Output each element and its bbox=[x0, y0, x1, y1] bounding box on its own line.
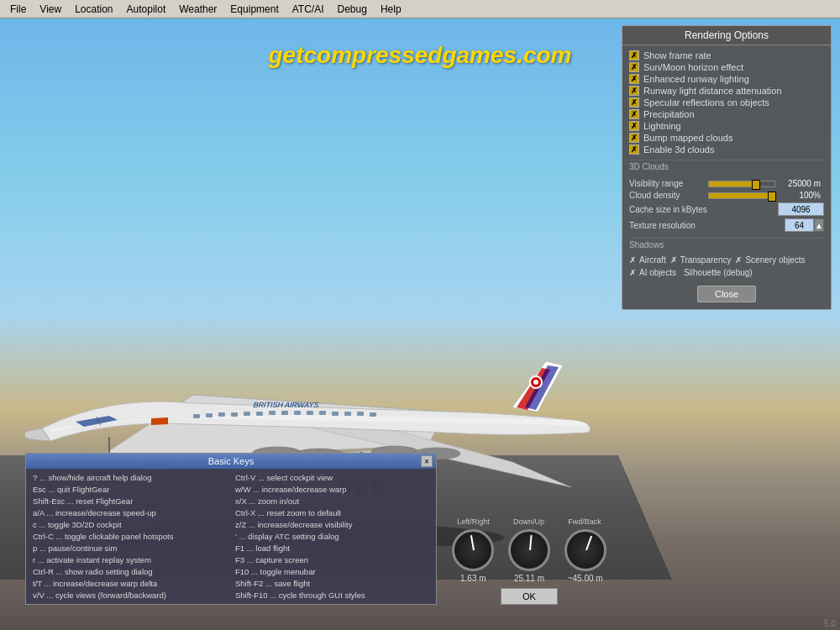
nav-headers: Left/RightDown/UpFwd/Back bbox=[445, 517, 613, 526]
cache-label: Cache size in kBytes bbox=[629, 205, 778, 214]
checkbox-7[interactable]: ✗ bbox=[629, 133, 639, 143]
checkbox-row-0[interactable]: ✗Show frame rate bbox=[629, 50, 824, 60]
key-row-left-10: v/V ... cycle views (forward/backward) bbox=[33, 590, 227, 601]
checkbox-label-1: Sun/Moon horizon effect bbox=[643, 62, 743, 72]
svg-rect-4 bbox=[231, 412, 238, 417]
menu-item-view[interactable]: View bbox=[33, 3, 68, 15]
checkbox-label-6: Lightning bbox=[643, 121, 681, 131]
checkbox-row-3[interactable]: ✗Runway light distance attenuation bbox=[629, 86, 824, 96]
dial-needle-2 bbox=[585, 536, 592, 551]
key-row-right-9: Shift-F2 ... save flight bbox=[235, 578, 429, 589]
shadow-checkbox-3[interactable]: ✗ bbox=[629, 268, 636, 277]
shadow-label-3: AI objects bbox=[639, 268, 676, 277]
checkbox-6[interactable]: ✗ bbox=[629, 121, 639, 131]
svg-rect-13 bbox=[344, 412, 351, 416]
close-button[interactable]: Close bbox=[697, 286, 756, 302]
key-row-right-1: w/W ... increase/decrease warp bbox=[235, 484, 429, 495]
menu-item-file[interactable]: File bbox=[3, 3, 33, 15]
visibility-slider[interactable] bbox=[708, 181, 775, 187]
checkbox-row-8[interactable]: ✗Enable 3d clouds bbox=[629, 144, 824, 155]
checkbox-4[interactable]: ✗ bbox=[629, 97, 639, 108]
checkbox-row-2[interactable]: ✗Enhanced runway lighting bbox=[629, 74, 824, 84]
cloud-density-slider[interactable] bbox=[708, 192, 775, 199]
checkbox-3[interactable]: ✗ bbox=[629, 86, 639, 96]
key-row-left-4: c ... toggle 3D/2D cockpit bbox=[33, 519, 227, 530]
texture-resolution-row: Texture resolution ▲ bbox=[629, 218, 824, 232]
checkbox-label-3: Runway light distance attenuation bbox=[643, 86, 782, 96]
shadow-item-3[interactable]: ✗AI objects bbox=[629, 268, 676, 277]
shadow-item-2[interactable]: ✗Scenery objects bbox=[735, 255, 805, 265]
shadows-section-label: Shadows bbox=[629, 238, 824, 251]
svg-rect-3 bbox=[218, 412, 225, 417]
dial-container-0: 1.63 m bbox=[452, 529, 494, 583]
menu-item-location[interactable]: Location bbox=[68, 3, 119, 15]
nav-header-0: Left/Right bbox=[457, 517, 490, 526]
key-row-right-4: z/Z ... increase/decrease visibility bbox=[235, 519, 429, 530]
key-row-left-3: a/A ... increase/decrease speed-up bbox=[33, 507, 227, 518]
visibility-value: 25000 m bbox=[779, 179, 821, 188]
checkbox-1[interactable]: ✗ bbox=[629, 62, 639, 72]
key-row-right-10: Shift-F10 ... cycle through GUI styles bbox=[235, 590, 429, 601]
key-row-left-2: Shift-Esc ... reset FlightGear bbox=[33, 496, 227, 507]
dial-value-0: 1.63 m bbox=[460, 574, 486, 583]
svg-rect-1 bbox=[193, 414, 200, 418]
shadow-item-0[interactable]: ✗Aircraft bbox=[629, 255, 666, 265]
key-row-left-6: p ... pause/continue sim bbox=[33, 543, 227, 554]
svg-rect-9 bbox=[294, 411, 301, 415]
checkbox-5[interactable]: ✗ bbox=[629, 109, 639, 119]
key-row-right-3: Ctrl-X ... reset zoom to default bbox=[235, 507, 429, 518]
texture-spinner-up[interactable]: ▲ bbox=[814, 218, 824, 232]
checkbox-label-8: Enable 3d clouds bbox=[643, 144, 714, 155]
shadow-checkbox-2[interactable]: ✗ bbox=[735, 255, 742, 265]
shadow-checkbox-0[interactable]: ✗ bbox=[629, 255, 636, 265]
ok-button[interactable]: OK bbox=[501, 588, 558, 605]
checkbox-row-6[interactable]: ✗Lightning bbox=[629, 121, 824, 131]
svg-rect-15 bbox=[370, 412, 376, 417]
key-row-right-8: F10 ... toggle menubar bbox=[235, 566, 429, 577]
cloud-density-value: 100% bbox=[779, 191, 821, 200]
shadow-checkbox-1[interactable]: ✗ bbox=[670, 255, 677, 265]
key-row-left-7: r ... activate instant replay system bbox=[33, 554, 227, 565]
checkbox-row-4[interactable]: ✗Specular reflections on objects bbox=[629, 97, 824, 108]
dial-container-1: 25.11 m bbox=[508, 529, 550, 583]
svg-rect-2 bbox=[206, 413, 213, 417]
checkbox-label-4: Specular reflections on objects bbox=[643, 97, 769, 108]
basic-keys-close[interactable]: × bbox=[421, 455, 433, 467]
dial-2[interactable] bbox=[564, 529, 606, 571]
checkbox-0[interactable]: ✗ bbox=[629, 50, 639, 60]
checkbox-label-5: Precipitation bbox=[643, 109, 695, 119]
keys-grid: ? ... show/hide aircraft help dialogCtrl… bbox=[26, 469, 436, 604]
shadow-item-1[interactable]: ✗Transparency bbox=[670, 255, 732, 265]
checkbox-2[interactable]: ✗ bbox=[629, 74, 639, 84]
key-row-right-7: F3 ... capture screen bbox=[235, 554, 429, 565]
svg-point-19 bbox=[533, 380, 538, 385]
key-row-right-6: F1 ... load flight bbox=[235, 543, 429, 554]
svg-rect-10 bbox=[307, 411, 313, 415]
dial-1[interactable] bbox=[508, 529, 550, 571]
menu-item-help[interactable]: Help bbox=[374, 3, 408, 15]
svg-rect-12 bbox=[332, 412, 339, 416]
key-row-left-8: Ctrl-R ... show radio setting dialog bbox=[33, 566, 227, 577]
menu-item-autopilot[interactable]: Autopilot bbox=[120, 3, 173, 15]
menubar: FileViewLocationAutopilotWeatherEquipmen… bbox=[0, 0, 840, 18]
texture-input[interactable] bbox=[785, 218, 814, 232]
dial-value-1: 25.11 m bbox=[514, 574, 544, 583]
rendering-panel-title: Rendering Options bbox=[622, 26, 831, 45]
checkbox-row-1[interactable]: ✗Sun/Moon horizon effect bbox=[629, 62, 824, 72]
checkbox-row-5[interactable]: ✗Precipitation bbox=[629, 109, 824, 119]
menu-item-equipment[interactable]: Equipment bbox=[223, 3, 285, 15]
key-row-right-5: ' ... display ATC setting dialog bbox=[235, 531, 429, 542]
checkbox-8[interactable]: ✗ bbox=[629, 144, 639, 155]
checkbox-row-7[interactable]: ✗Bump mapped clouds bbox=[629, 133, 824, 143]
svg-rect-11 bbox=[319, 411, 326, 415]
dial-needle-0 bbox=[470, 535, 475, 550]
rendering-panel: Rendering Options ✗Show frame rate✗Sun/M… bbox=[622, 25, 832, 310]
key-row-left-5: Ctrl-C ... toggle clickable panel hotspo… bbox=[33, 531, 227, 542]
shadow-item-4[interactable]: Silhouette (debug) bbox=[680, 268, 753, 277]
dial-0[interactable] bbox=[452, 529, 494, 571]
menu-item-atc/ai[interactable]: ATC/AI bbox=[286, 3, 331, 15]
nav-panel: Left/RightDown/UpFwd/Back 1.63 m25.11 m~… bbox=[445, 517, 613, 605]
menu-item-debug[interactable]: Debug bbox=[331, 3, 374, 15]
menu-item-weather[interactable]: Weather bbox=[172, 3, 223, 15]
cache-input[interactable] bbox=[778, 202, 824, 216]
